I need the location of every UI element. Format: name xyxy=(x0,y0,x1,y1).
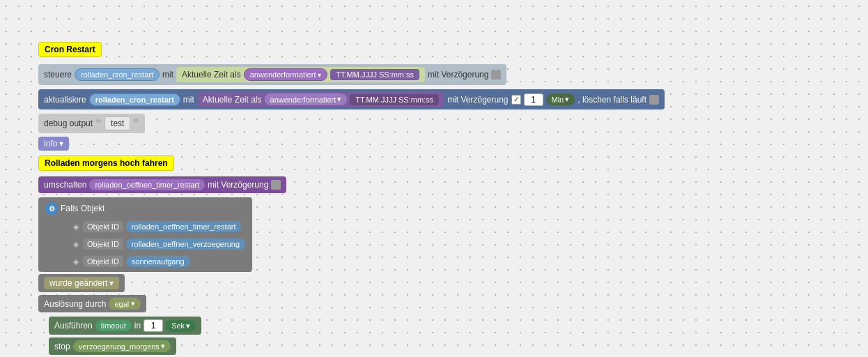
wurde-geaendert-dropdown[interactable]: wurde geändert▾ xyxy=(44,277,119,289)
test-value[interactable]: test xyxy=(104,116,130,130)
falls-objekt-label: Falls Objekt xyxy=(61,204,104,213)
objekt-id-value-2[interactable]: rolladen_oeffnen_verzoegerung xyxy=(126,238,245,250)
ausfuehren-label: Ausführen xyxy=(54,321,93,331)
timeout-number[interactable] xyxy=(144,319,163,332)
stop-label: stop xyxy=(54,342,70,351)
falls-objekt-block: ⚙ Falls Objekt ◈ Objekt ID rolladen_oeff… xyxy=(38,197,252,272)
objekt-id-value-1[interactable]: rolladen_oeffnen_timer_restart xyxy=(126,221,242,232)
cron-restart-label: Cron Restart xyxy=(38,42,102,57)
rolladen-cron-restart-pill[interactable]: rolladen_cron_restart xyxy=(75,68,160,81)
mit-label: mit xyxy=(162,70,173,79)
aktuelle-zeit-block: Aktuelle Zeit als anwenderformatiert TT.… xyxy=(176,67,425,82)
ausloesung-label: Auslösung durch xyxy=(44,299,106,309)
info-dropdown[interactable]: info▾ xyxy=(38,137,69,151)
objekt-id-label-3: Objekt ID xyxy=(83,256,123,267)
delay-box-1 xyxy=(491,70,501,79)
row-stop: stop verzoegerung_morgens▾ xyxy=(49,337,176,355)
gear-icon: ⚙ xyxy=(45,202,58,215)
row-steuere: steuere rolladen_cron_restart mit Aktuel… xyxy=(38,64,506,85)
aktuelle-zeit-label-2: Aktuelle Zeit als xyxy=(203,95,262,105)
mit-verzoegerung-label: mit Verzögerung xyxy=(428,70,488,79)
verzoegerung-morgens-dropdown[interactable]: verzoegerung_morgens▾ xyxy=(73,340,171,352)
objekt-id-value-3[interactable]: sonnenaufgang xyxy=(126,256,190,267)
rolladen-morgens-label: Rolladen morgens hoch fahren xyxy=(38,155,174,171)
mit-label-2: mit xyxy=(183,95,194,105)
format-dropdown-1[interactable]: anwenderformatiert xyxy=(244,68,328,81)
row-ausloesung: Auslösung durch egal▾ xyxy=(38,295,146,312)
format-dropdown-2[interactable]: anwenderformatiert▾ xyxy=(265,93,348,105)
quote-open-icon: ❝ xyxy=(95,118,102,129)
steuere-label: steuere xyxy=(44,70,72,79)
row-ausfuehren: Ausführen timeout in Sek▾ xyxy=(49,317,201,335)
umschalten-label: umschalten xyxy=(44,180,86,190)
delay-box-3 xyxy=(271,180,281,190)
mit-verzoegerung-label-2: mit Verzögerung xyxy=(447,95,508,105)
row-debug: debug output ❝ test ❞ xyxy=(38,114,145,133)
objekt-id-list: ◈ Objekt ID rolladen_oeffnen_timer_resta… xyxy=(69,219,249,269)
timeout-value[interactable]: timeout xyxy=(95,320,132,331)
sek-dropdown[interactable]: Sek▾ xyxy=(166,320,196,332)
format-value-1: TT.MM.JJJJ SS:mm:ss xyxy=(330,69,419,80)
timer-restart-pill[interactable]: rolladen_oeffnen_timer_restart xyxy=(89,179,205,190)
row-umschalten: umschalten rolladen_oeffnen_timer_restar… xyxy=(38,176,286,193)
quote-close-icon: ❞ xyxy=(133,118,139,129)
objekt-id-label-1: Objekt ID xyxy=(83,221,123,232)
mit-verzoegerung-3: mit Verzögerung xyxy=(208,180,268,190)
row-aktualisiere: aktualisiere rolladen_cron_restart mit A… xyxy=(38,89,665,109)
objekt-id-row-1: ◈ Objekt ID rolladen_oeffnen_timer_resta… xyxy=(69,219,249,234)
aktualisiere-label: aktualisiere xyxy=(44,95,86,105)
delay-number[interactable] xyxy=(524,93,543,106)
objekt-id-label-2: Objekt ID xyxy=(83,238,123,250)
loeschen-label: , löschen falls läuft xyxy=(578,95,646,105)
format-value-2: TT.MM.JJJJ SS:mm:ss xyxy=(350,94,439,105)
egal-dropdown[interactable]: egal▾ xyxy=(109,298,141,310)
debug-label: debug output xyxy=(44,119,93,128)
falls-objekt-header: ⚙ Falls Objekt xyxy=(41,200,249,217)
delay-checkbox[interactable] xyxy=(511,95,521,105)
delay-box-2 xyxy=(649,95,659,105)
aktuelle-zeit-label: Aktuelle Zeit als xyxy=(182,70,241,79)
unit-dropdown[interactable]: Min▾ xyxy=(546,93,575,105)
objekt-id-row-3: ◈ Objekt ID sonnenaufgang xyxy=(69,254,249,269)
row-info: info▾ xyxy=(38,137,69,151)
in-label: in xyxy=(134,321,141,331)
row-wurde-geaendert: wurde geändert▾ xyxy=(38,274,125,292)
objekt-id-row-2: ◈ Objekt ID rolladen_oeffnen_verzoegerun… xyxy=(69,236,249,252)
rolladen-cron-restart-pill-2[interactable]: rolladen_cron_restart xyxy=(89,93,180,106)
aktuelle-zeit-block-2: Aktuelle Zeit als anwenderformatiert▾ TT… xyxy=(197,92,444,107)
